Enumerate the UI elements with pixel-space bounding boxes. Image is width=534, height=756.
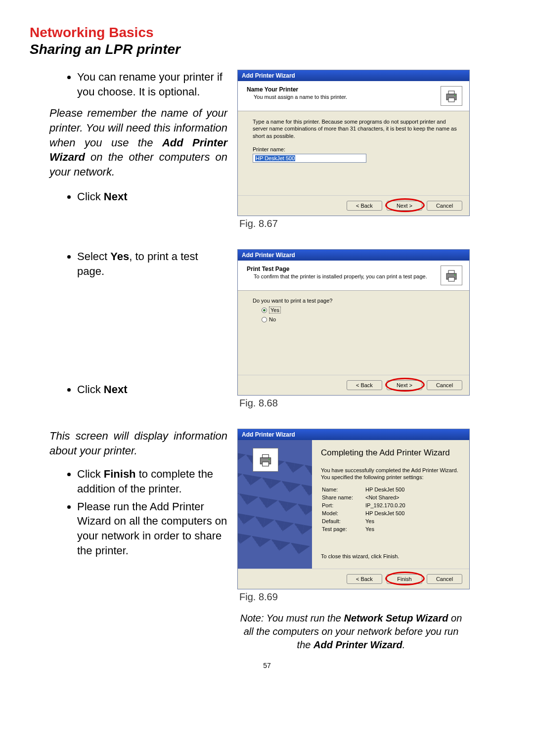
bullet-click-finish: Click Finish to complete the addition of… [77,467,227,496]
settings-table: Name:HP DeskJet 500 Share name:<Not Shar… [321,485,406,534]
wizard-test-page: Add Printer Wizard Print Test Page To co… [237,249,470,396]
wiz1-desc: Type a name for this printer. Because so… [253,118,458,139]
wizard-titlebar: Add Printer Wizard [238,70,469,81]
back-button-2[interactable]: < Back [347,380,382,390]
printer-icon-2 [441,266,462,285]
back-button-3[interactable]: < Back [347,574,382,584]
svg-rect-9 [263,454,269,457]
footnote: Note: You must run the Network Setup Wiz… [237,612,475,652]
note-screen-info: This screen will display information abo… [49,429,227,458]
fig-caption-1: Fig. 8.67 [239,218,475,229]
wizard-name-printer: Add Printer Wizard Name Your Printer You… [237,70,470,216]
svg-rect-6 [448,277,454,281]
click-text: Click [77,190,104,203]
svg-rect-10 [263,462,269,466]
wiz2-head2: To confirm that the printer is installed… [247,273,427,279]
wiz1-head2: You must assign a name to this printer. [247,94,347,100]
wiz2-head1: Print Test Page [247,266,427,272]
complete-desc: You have successfully completed the Add … [321,467,460,481]
svg-rect-2 [448,98,454,102]
wizard-complete: Add Printer Wizard Completing the Add Pr… [237,429,470,589]
svg-rect-1 [448,91,454,94]
close-text: To close this wizard, click Finish. [321,553,460,559]
complete-title: Completing the Add Printer Wizard [321,448,460,458]
wizard-side-image [238,440,312,569]
svg-rect-5 [448,270,454,273]
printer-icon-3 [253,448,278,472]
next-button-2[interactable]: Next > [387,380,422,390]
finish-button[interactable]: Finish [387,574,422,584]
printer-icon [441,86,462,106]
svg-point-11 [268,459,270,460]
page-title-2: Sharing an LPR printer [30,42,504,57]
page-number: 57 [30,662,504,669]
back-button[interactable]: < Back [347,201,382,211]
bullet-run-wizard: Please run the Add Printer Wizard on all… [77,499,227,558]
cancel-button-2[interactable]: Cancel [427,380,462,390]
wizard-titlebar-3: Add Printer Wizard [238,429,469,440]
radio-yes[interactable]: Yes [262,307,458,313]
bullet-select-yes: Select Yes, to print a test page. [77,249,227,278]
printer-name-value: HP DeskJet 500 [255,155,295,161]
svg-point-3 [454,95,455,96]
cancel-button-3[interactable]: Cancel [427,574,462,584]
printer-name-label: Printer name: [253,146,458,152]
printer-name-input[interactable]: HP DeskJet 500 [253,154,366,163]
bullet-click-next-1: Click Next [77,189,227,204]
bullet-click-next-2: Click Next [77,382,227,397]
fig-caption-3: Fig. 8.69 [239,591,475,603]
wizard-titlebar-2: Add Printer Wizard [238,250,469,261]
cancel-button[interactable]: Cancel [427,201,462,211]
radio-no[interactable]: No [262,316,458,322]
page-title-1: Networking Basics [30,25,504,41]
wiz1-head1: Name Your Printer [247,86,347,93]
fig-caption-2: Fig. 8.68 [239,398,475,409]
next-button[interactable]: Next > [387,201,422,211]
bullet-rename: You can rename your printer if you choos… [77,70,227,99]
radio-no-icon [262,317,267,322]
next-text: Next [104,190,128,203]
wiz2-question: Do you want to print a test page? [253,298,458,304]
radio-yes-icon [262,308,267,313]
svg-point-7 [454,274,455,275]
